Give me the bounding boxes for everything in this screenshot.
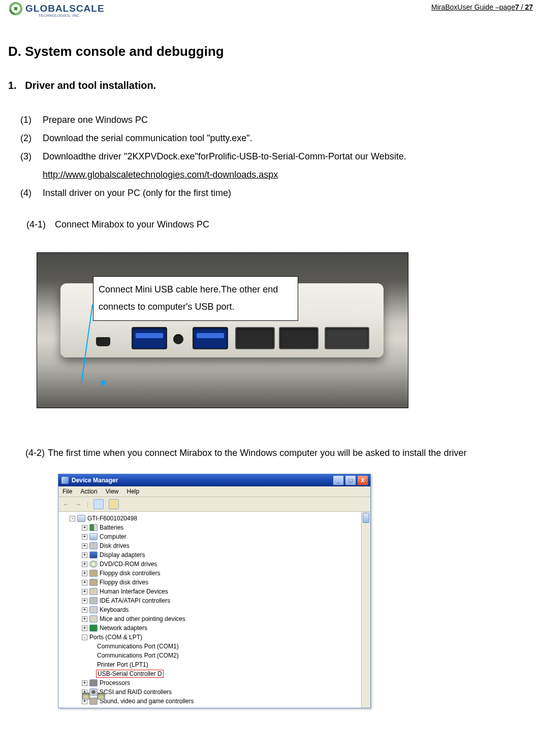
scrollbar[interactable] <box>361 512 370 708</box>
list-item: (2) Download the serial communication to… <box>20 129 534 147</box>
dm-titlebar[interactable]: Device Manager _ □ X <box>58 474 370 486</box>
device-manager-app-icon <box>61 477 69 484</box>
tree-node[interactable]: +Floppy disk drives <box>59 578 369 587</box>
tree-leaf[interactable]: Communications Port (COM1) <box>59 642 369 651</box>
mouse-icon <box>89 615 98 622</box>
sd-slot-icon <box>325 327 369 349</box>
logo-icon <box>9 2 22 15</box>
usb-port-icon <box>132 327 167 349</box>
svg-rect-0 <box>14 7 17 10</box>
toolbar-icon[interactable] <box>93 499 104 509</box>
tree-root[interactable]: - GTI-F6001020498 <box>59 514 369 523</box>
substep-4-2: (4-2) The first time when you connect Mi… <box>25 448 534 458</box>
scsi-icon <box>89 688 98 696</box>
menu-view[interactable]: View <box>106 488 119 495</box>
expand-icon[interactable]: + <box>82 525 87 531</box>
tree-leaf-highlighted[interactable]: USB-Serial Controller D <box>59 669 369 678</box>
expand-icon[interactable]: + <box>82 616 87 622</box>
close-button[interactable]: X <box>357 475 368 485</box>
tree-node[interactable]: +Processors <box>59 678 369 687</box>
dm-title: Device Manager <box>72 477 118 484</box>
tree-node[interactable]: +Keyboards <box>59 605 369 614</box>
collapse-icon[interactable]: - <box>70 516 75 521</box>
battery-icon <box>89 524 98 531</box>
tree-node[interactable]: +Floppy disk controllers <box>59 569 369 578</box>
hid-icon <box>89 588 98 595</box>
round-port-icon <box>173 334 183 344</box>
expand-icon[interactable]: + <box>82 580 87 585</box>
processor-icon <box>89 679 98 686</box>
expand-icon[interactable]: + <box>82 534 87 540</box>
menu-file[interactable]: File <box>62 488 72 495</box>
tree-node[interactable]: +IDE ATA/ATAPI controllers <box>59 596 369 605</box>
tree-node[interactable]: +Human Interface Devices <box>59 587 369 596</box>
device-manager-window: Device Manager _ □ X File Action View He… <box>58 474 371 708</box>
tree-node[interactable]: +DVD/CD-ROM drives <box>59 560 369 569</box>
substep-4-1: (4-1) Connect Mirabox to your Windows PC <box>26 219 534 230</box>
tree-leaf[interactable]: Printer Port (LPT1) <box>59 660 369 669</box>
tree-node[interactable]: +Batteries <box>59 523 369 532</box>
tree-leaf[interactable]: Communications Port (COM2) <box>59 651 369 660</box>
expand-icon[interactable]: + <box>82 571 87 576</box>
download-link[interactable]: http://www.globalscaletechnologies.com/t… <box>43 166 278 184</box>
expand-icon[interactable]: + <box>82 589 87 595</box>
list-item: (4) Install driver on your PC (only for … <box>20 184 534 202</box>
floppy-icon <box>89 579 98 586</box>
ports-icon <box>82 693 90 700</box>
callout-box: Connect Mini USB cable here.The other en… <box>93 276 298 321</box>
highlighted-device: USB-Serial Controller D <box>96 670 164 678</box>
toolbar-icon[interactable] <box>109 499 119 509</box>
callout-arrowhead-icon <box>100 381 106 387</box>
scrollbar-thumb[interactable] <box>363 513 369 523</box>
tree-node-ports[interactable]: -Ports (COM & LPT) <box>59 633 369 642</box>
collapse-icon[interactable]: - <box>82 635 87 640</box>
keyboard-icon <box>89 606 98 613</box>
mini-usb-port-icon <box>96 337 110 346</box>
expand-icon[interactable]: + <box>82 680 87 686</box>
ethernet-port-icon <box>279 327 319 349</box>
mirabox-photo: Connect Mini USB cable here.The other en… <box>37 252 408 408</box>
maximize-button[interactable]: □ <box>345 475 356 485</box>
disk-icon <box>89 542 98 549</box>
expand-icon[interactable]: + <box>82 607 87 613</box>
ide-icon <box>89 597 98 604</box>
network-icon <box>89 624 98 632</box>
list-item: (1) Prepare one Windows PC <box>20 111 534 129</box>
tree-node[interactable]: +Mice and other pointing devices <box>59 614 369 623</box>
expand-icon[interactable]: + <box>82 626 87 631</box>
logo-subtext: TECHNOLOGIES, INC. <box>39 14 105 17</box>
tree-node[interactable]: +Sound, video and game controllers <box>59 697 369 706</box>
tree-node[interactable]: +Display adapters <box>59 550 369 560</box>
floppy-icon <box>89 570 98 577</box>
logo-text: GLOBALSCALE <box>25 3 105 14</box>
usb-port-icon <box>193 327 228 349</box>
computer-icon <box>89 533 98 540</box>
tree-node[interactable]: +Disk drives <box>59 541 369 550</box>
sound-icon <box>89 698 98 705</box>
display-icon <box>89 551 98 558</box>
back-icon[interactable]: ← <box>62 500 70 508</box>
tree-node[interactable]: +SCSI and RAID controllers <box>59 687 369 697</box>
port-icon <box>97 693 105 700</box>
dvd-icon <box>89 561 98 568</box>
header-page-info: MiraBoxUser Guide –page7 / 27 <box>431 2 534 11</box>
tree-node[interactable]: +Computer <box>59 532 369 541</box>
expand-icon[interactable]: + <box>82 598 87 604</box>
subsection-heading: 1. Driver and tool installation. <box>8 80 534 91</box>
expand-icon[interactable]: + <box>82 543 87 549</box>
ethernet-port-icon <box>235 327 275 349</box>
dm-tree: - GTI-F6001020498 +Batteries +Computer +… <box>58 512 370 708</box>
dm-menubar: File Action View Help <box>58 486 370 497</box>
section-heading: D. System console and debugging <box>8 44 534 59</box>
menu-action[interactable]: Action <box>80 488 97 495</box>
menu-help[interactable]: Help <box>127 488 140 495</box>
tree-node[interactable]: +Network adapters <box>59 623 369 633</box>
forward-icon[interactable]: → <box>75 500 82 508</box>
list-item: (3) Downloadthe driver "2KXPVDock.exe"fo… <box>20 147 534 166</box>
dm-toolbar: ← → | <box>58 497 370 512</box>
minimize-button[interactable]: _ <box>333 475 344 485</box>
expand-icon[interactable]: + <box>82 552 87 558</box>
page-header: GLOBALSCALE TECHNOLOGIES, INC. MiraBoxUs… <box>5 0 534 17</box>
expand-icon[interactable]: + <box>82 562 87 567</box>
computer-icon <box>77 515 85 522</box>
